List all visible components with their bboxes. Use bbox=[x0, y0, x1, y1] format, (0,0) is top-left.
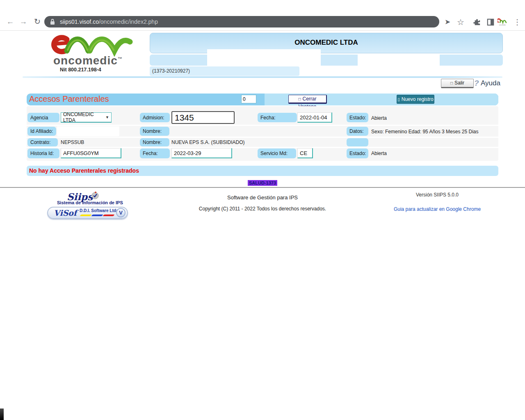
profile-avatar-oncomedic-icon[interactable]: oncomedic bbox=[497, 17, 508, 27]
admision-label: Admision: bbox=[140, 113, 170, 122]
extensions-puzzle-icon[interactable] bbox=[472, 17, 482, 27]
redaction-box bbox=[358, 54, 440, 66]
brand-nit: Nit 800.217.198-4 bbox=[60, 67, 101, 73]
salud-badge: SALUD-1373 bbox=[248, 180, 277, 186]
lock-icon[interactable] bbox=[50, 18, 55, 25]
header-subbar bbox=[150, 55, 503, 66]
agencia-select[interactable]: ONCOMEDIC LTDA ▼ bbox=[61, 112, 112, 123]
id-afiliado-value-box bbox=[57, 126, 119, 136]
brand-tm: ™ bbox=[118, 56, 123, 61]
chevron-down-icon: ▼ bbox=[105, 115, 109, 119]
empty-records-message: No hay Acceso Parenterales registrados bbox=[27, 166, 498, 176]
siips-subtitle: Sistema de Información de IPS bbox=[57, 200, 123, 205]
ayuda-link[interactable]: Ayuda bbox=[481, 79, 500, 87]
fecha-admision-label: Fecha: bbox=[258, 113, 297, 122]
company-title-bar: ONCOMEDIC LTDA bbox=[150, 33, 503, 53]
swoosh-red bbox=[103, 215, 114, 216]
historia-id-input[interactable] bbox=[61, 148, 121, 158]
fecha-admision-input[interactable] bbox=[297, 112, 332, 123]
servicio-md-label: Servicio Md: bbox=[258, 148, 296, 158]
historia-id-label: Historia Id: bbox=[27, 148, 59, 158]
bottom-left-artifact bbox=[0, 409, 4, 420]
fecha-historia-label: Fecha: bbox=[140, 148, 170, 158]
admision-input[interactable] bbox=[171, 111, 235, 124]
id-afiliado-label: Id Afiliado: bbox=[27, 127, 56, 136]
row-separator bbox=[27, 125, 498, 126]
exit-icon: □ bbox=[450, 81, 453, 85]
servicio-md-input[interactable] bbox=[297, 148, 313, 158]
counter-input[interactable] bbox=[241, 95, 256, 103]
send-icon[interactable]: ➤ bbox=[442, 17, 453, 27]
bookmark-star-icon[interactable]: ☆ bbox=[455, 17, 466, 27]
close-window-icon: □ bbox=[298, 97, 301, 101]
estado-historia-label: Estado: bbox=[347, 148, 368, 158]
contrato-label: Contrato: bbox=[27, 138, 58, 146]
side-panel-icon[interactable] bbox=[485, 17, 496, 27]
help-icon: ? bbox=[474, 79, 479, 88]
app-window: ← → ↻ siips01.visof.co/oncomedic/index2.… bbox=[0, 0, 525, 420]
svg-text:oncomedic: oncomedic bbox=[499, 24, 506, 26]
datos-value: Sexo: Femenino Edad: 95 Años 3 Meses 25 … bbox=[371, 129, 479, 135]
reload-icon[interactable]: ↻ bbox=[32, 16, 43, 27]
redaction-box bbox=[207, 49, 321, 68]
datos-label: Datos: bbox=[347, 127, 368, 136]
estado-admision-label: Estado: bbox=[347, 113, 368, 122]
new-record-icon: ▯ bbox=[397, 97, 400, 102]
swoosh-blue bbox=[91, 215, 103, 216]
chrome-guide-link[interactable]: Guia para actualizar en Google Chrome bbox=[392, 206, 482, 212]
forward-icon[interactable]: → bbox=[18, 16, 29, 27]
empty-chip bbox=[347, 138, 368, 146]
swoosh-yellow bbox=[80, 215, 91, 216]
nuevo-registro-button[interactable]: ▯Nuevo registro bbox=[397, 95, 434, 104]
record-code: (1373-20210927) bbox=[150, 66, 299, 76]
estado-historia-value: Abierta bbox=[371, 151, 387, 156]
browser-menu-dots-icon[interactable]: ⋮ bbox=[512, 17, 523, 27]
cerrar-ventana-button[interactable]: □Cerrar Ventana bbox=[288, 95, 327, 104]
url-path: /oncomedic/index2.php bbox=[99, 18, 158, 25]
fecha-historia-input[interactable] bbox=[171, 148, 232, 158]
brand-name: oncomedic™ bbox=[53, 54, 123, 67]
nombre-paciente-label: Nombre: bbox=[140, 127, 169, 136]
nombre-eps-value: NUEVA EPS S.A. (SUBSIDIADO) bbox=[171, 139, 245, 145]
footer-divider bbox=[0, 187, 525, 188]
estado-admision-value: Abierta bbox=[371, 115, 387, 121]
url-domain: siips01.visof.co bbox=[60, 18, 99, 25]
footer-version: Versión SIIPS 5.0.0 bbox=[392, 192, 482, 198]
salir-button[interactable]: □Salir bbox=[441, 79, 474, 88]
contrato-value: NEPSSUB bbox=[61, 139, 84, 145]
address-bar[interactable]: siips01.visof.co/oncomedic/index2.php bbox=[44, 16, 439, 27]
nombre-eps-label: Nombre: bbox=[140, 138, 169, 146]
back-icon[interactable]: ← bbox=[5, 16, 16, 27]
page-title: Accesos Parenterales bbox=[29, 94, 109, 104]
agencia-label: Agencia bbox=[27, 113, 59, 122]
header-divider bbox=[23, 76, 502, 78]
row-separator bbox=[27, 137, 498, 138]
